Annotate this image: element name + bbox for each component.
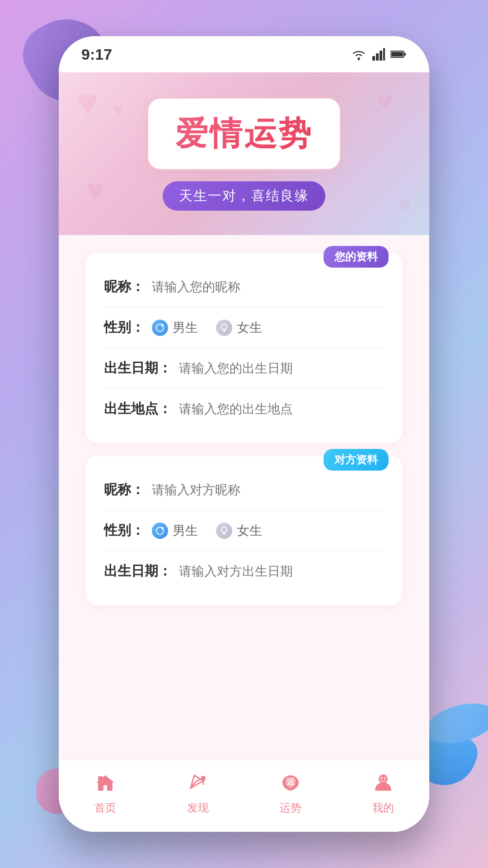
partner-male-icon [152, 523, 168, 539]
partner-nickname-label: 昵称： [104, 481, 145, 499]
banner-subtitle-wrap: 天生一对，喜结良缘 [163, 181, 325, 211]
self-birthday-row: 出生日期： [104, 348, 384, 389]
mine-icon [372, 772, 394, 793]
partner-gender-row: 性别： 男生 [104, 510, 384, 551]
svg-rect-7 [391, 52, 403, 57]
banner: ♥ ♥ ♥ ♥ ♥ 爱情运势 天生一对，喜结良缘 [59, 72, 429, 235]
self-gender-label: 性别： [104, 318, 145, 337]
svg-rect-6 [404, 53, 406, 56]
self-nickname-label: 昵称： [104, 278, 145, 296]
self-gender-options: 男生 女生 [152, 319, 262, 336]
phone-frame: 9:17 [59, 36, 429, 832]
partner-gender-male[interactable]: 男生 [152, 522, 198, 539]
home-icon-wrap [91, 768, 120, 797]
self-birthplace-input[interactable] [179, 402, 384, 416]
nav-label-home: 首页 [94, 801, 116, 815]
discover-icon [187, 772, 209, 793]
title-frame: 爱情运势 [147, 97, 341, 170]
svg-rect-3 [380, 51, 382, 61]
mine-icon-wrap [369, 768, 398, 797]
partner-birthday-row: 出生日期： [104, 551, 384, 591]
status-bar: 9:17 [59, 36, 429, 72]
self-gender-male[interactable]: 男生 [152, 319, 198, 336]
wifi-icon [351, 48, 367, 61]
form-area: 您的资料 昵称： 性别： [59, 235, 429, 760]
deco-blob-3 [421, 697, 488, 750]
svg-text:运: 运 [286, 777, 295, 786]
self-birthplace-row: 出生地点： [104, 389, 384, 429]
self-female-icon [216, 320, 232, 336]
self-gender-row: 性别： 男生 [104, 307, 384, 348]
self-nickname-row: 昵称： [104, 267, 384, 307]
self-female-text: 女生 [237, 319, 262, 336]
nav-item-home[interactable]: 首页 [91, 768, 120, 815]
fortune-icon: 运 [279, 771, 302, 794]
partner-gender-female[interactable]: 女生 [216, 522, 262, 539]
self-male-icon [152, 320, 168, 336]
bottom-nav: 首页 发现 运 运势 [59, 760, 429, 832]
partner-female-icon [216, 523, 232, 539]
self-birthday-input[interactable] [179, 361, 384, 376]
partner-gender-options: 男生 女生 [152, 522, 262, 539]
svg-point-19 [221, 527, 227, 533]
svg-point-27 [380, 777, 382, 779]
self-section-badge: 您的资料 [324, 246, 389, 268]
battery-icon [390, 50, 407, 59]
nav-item-fortune[interactable]: 运 运势 [276, 768, 305, 815]
nav-item-mine[interactable]: 我的 [369, 768, 398, 815]
partner-birthday-label: 出生日期： [104, 562, 172, 580]
nav-label-fortune: 运势 [280, 801, 301, 815]
home-icon [94, 772, 116, 793]
self-nickname-input[interactable] [152, 280, 384, 294]
discover-icon-wrap [183, 768, 212, 797]
signal-icon [372, 48, 385, 61]
partner-section-badge: 对方资料 [324, 449, 389, 471]
fortune-icon-wrap: 运 [276, 768, 305, 797]
banner-title: 爱情运势 [175, 112, 313, 156]
partner-gender-label: 性别： [104, 521, 145, 540]
svg-point-0 [358, 58, 360, 60]
status-time: 9:17 [81, 46, 112, 63]
svg-point-12 [221, 324, 227, 330]
svg-point-26 [379, 774, 388, 783]
status-icons [351, 48, 407, 61]
partner-nickname-row: 昵称： [104, 470, 384, 510]
partner-female-text: 女生 [237, 522, 262, 539]
partner-male-text: 男生 [173, 522, 198, 539]
nav-label-discover: 发现 [187, 801, 209, 815]
self-gender-female[interactable]: 女生 [216, 319, 262, 336]
partner-birthday-input[interactable] [179, 564, 384, 579]
self-male-text: 男生 [173, 319, 198, 336]
partner-nickname-input[interactable] [152, 483, 384, 497]
self-section-card: 您的资料 昵称： 性别： [86, 253, 402, 443]
self-birthday-label: 出生日期： [104, 359, 172, 377]
nav-item-discover[interactable]: 发现 [183, 768, 212, 815]
self-birthplace-label: 出生地点： [104, 400, 172, 418]
svg-rect-2 [376, 53, 379, 61]
svg-rect-1 [372, 56, 375, 61]
svg-rect-4 [383, 48, 385, 61]
svg-point-28 [384, 777, 386, 779]
partner-section-card: 对方资料 昵称： 性别： [86, 456, 402, 605]
banner-subtitle: 天生一对，喜结良缘 [163, 181, 325, 211]
nav-label-mine: 我的 [372, 801, 394, 815]
